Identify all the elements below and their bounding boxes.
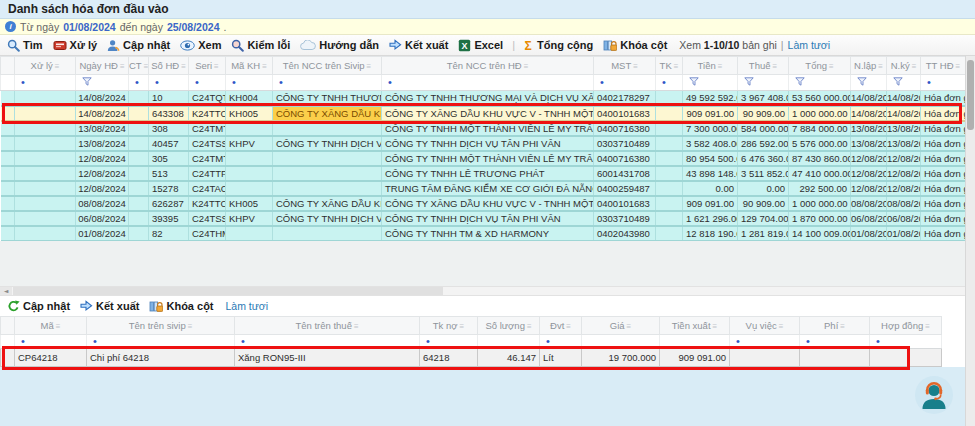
sort-menu-icon[interactable]: ≡ <box>120 62 125 71</box>
filter-cell-12[interactable] <box>738 75 789 91</box>
filter-cell-2[interactable]: • <box>87 335 235 349</box>
sort-menu-icon[interactable]: ≡ <box>566 322 571 331</box>
column-header-8[interactable]: Tiền xuất≡ <box>660 317 730 335</box>
filter-dot-icon[interactable]: • <box>195 76 199 88</box>
sort-menu-icon[interactable]: ≡ <box>633 62 638 71</box>
filter-dot-icon[interactable]: • <box>662 76 666 88</box>
filter-cell-4[interactable]: • <box>420 335 478 349</box>
sort-menu-icon[interactable]: ≡ <box>188 322 193 331</box>
column-header-2[interactable]: Ngày HĐ≡ <box>76 57 129 75</box>
vertical-scrollbar-thumb[interactable] <box>967 60 974 130</box>
sort-menu-icon[interactable]: ≡ <box>56 322 61 331</box>
column-header-8[interactable]: Tên NCC trên HĐ≡ <box>382 57 594 75</box>
refresh-link[interactable]: Làm tươi <box>788 39 831 51</box>
column-header-6[interactable]: Mã KH≡ <box>226 57 273 75</box>
invoice-row[interactable]: 06/08/202439395C24TSSKHPVCÔNG TY TNHH DỊ… <box>1 211 966 226</box>
filter-funnel-icon[interactable] <box>82 77 92 86</box>
column-header-11[interactable]: Tiền≡ <box>683 57 738 75</box>
filter-dot-icon[interactable]: • <box>93 335 97 347</box>
line-item-row[interactable]: CP64218Chi phí 64218Xăng RON95-III642184… <box>1 349 942 367</box>
horizontal-scrollbar[interactable]: ◄ <box>0 286 965 296</box>
column-header-3[interactable]: Tên trên thuế≡ <box>235 317 420 335</box>
column-header-3[interactable]: CT≡ <box>129 57 149 75</box>
invoice-row[interactable]: 14/08/202410C24TQTKH004CÔNG TY TNHH THƯƠ… <box>1 91 966 106</box>
filter-cell-9[interactable]: • <box>594 75 656 91</box>
support-chat-button[interactable] <box>915 376 955 416</box>
process-button[interactable]: Xử lý <box>49 38 104 53</box>
sort-menu-icon[interactable]: ≡ <box>912 62 917 71</box>
column-header-7[interactable]: Giá≡ <box>582 317 660 335</box>
invoice-row[interactable]: 08/08/2024626287K24TTCKH005CÔNG TY XĂNG … <box>1 196 966 211</box>
column-header-13[interactable]: Tổng≡ <box>789 57 851 75</box>
column-header-16[interactable]: TT HĐ≡ <box>921 57 966 75</box>
column-header-9[interactable]: Vụ việc≡ <box>730 317 800 335</box>
sort-menu-icon[interactable]: ≡ <box>878 62 883 71</box>
filter-dot-icon[interactable]: • <box>135 76 139 88</box>
sort-menu-icon[interactable]: ≡ <box>181 62 186 71</box>
scroll-left-arrow-icon[interactable]: ◄ <box>0 287 12 295</box>
filter-cell-16[interactable]: • <box>921 75 966 91</box>
column-header-10[interactable]: TK≡ <box>656 57 683 75</box>
filter-funnel-icon[interactable] <box>857 77 867 86</box>
update-button[interactable]: Cập nhật <box>103 38 176 53</box>
filter-cell-3[interactable]: • <box>129 75 149 91</box>
filter-dot-icon[interactable]: • <box>155 76 159 88</box>
filter-cell-2[interactable] <box>76 75 129 91</box>
sort-menu-icon[interactable]: ≡ <box>460 322 465 331</box>
lock-columns-button[interactable]: Khóa cột <box>599 38 673 53</box>
filter-dot-icon[interactable]: • <box>21 335 25 347</box>
filter-dot-icon[interactable]: • <box>806 335 810 347</box>
filter-cell-10[interactable]: • <box>656 75 683 91</box>
column-header-5[interactable]: Số lượng≡ <box>478 317 540 335</box>
invoice-row[interactable]: 12/08/2024305C24TMTCÔNG TY TNHH MỘT THÀN… <box>1 151 966 166</box>
detail-export-button[interactable]: Kết xuất <box>76 299 145 313</box>
filter-cell-1[interactable]: • <box>15 335 87 349</box>
sort-menu-icon[interactable]: ≡ <box>829 62 834 71</box>
sort-menu-icon[interactable]: ≡ <box>354 322 359 331</box>
filter-cell-6[interactable]: • <box>540 335 582 349</box>
detail-update-button[interactable]: Cập nhật <box>3 299 76 314</box>
filter-cell-10[interactable]: • <box>800 335 870 349</box>
column-header-1[interactable]: Mã≡ <box>15 317 87 335</box>
sort-menu-icon[interactable]: ≡ <box>262 62 267 71</box>
detail-lock-columns-button[interactable]: Khóa cột <box>145 299 219 314</box>
filter-funnel-icon[interactable] <box>893 77 903 86</box>
sort-menu-icon[interactable]: ≡ <box>55 62 60 71</box>
invoice-row[interactable]: 13/08/202440457C24TSSKHPVCÔNG TY TNHH DỊ… <box>1 136 966 151</box>
invoice-row[interactable]: 14/08/2024643308K24TTCKH005CÔNG TY XĂNG … <box>1 106 966 121</box>
detail-refresh-link[interactable]: Làm tươi <box>226 300 269 312</box>
filter-dot-icon[interactable]: • <box>426 335 430 347</box>
filter-cell-14[interactable] <box>851 75 887 91</box>
column-header-9[interactable]: MST≡ <box>594 57 656 75</box>
sort-menu-icon[interactable]: ≡ <box>840 322 845 331</box>
filter-cell-11[interactable]: • <box>870 335 942 349</box>
sort-menu-icon[interactable]: ≡ <box>524 62 529 71</box>
sort-menu-icon[interactable]: ≡ <box>367 62 372 71</box>
filter-cell-5[interactable]: • <box>189 75 226 91</box>
filter-cell-15[interactable] <box>887 75 921 91</box>
invoice-row[interactable]: 13/08/2024308C24TMTCÔNG TY TNHH MỘT THÀN… <box>1 121 966 136</box>
filter-cell-11[interactable] <box>683 75 738 91</box>
column-header-5[interactable]: Seri≡ <box>189 57 226 75</box>
sort-menu-icon[interactable]: ≡ <box>214 62 219 71</box>
export-button[interactable]: Kết xuất <box>385 38 454 52</box>
column-header-4[interactable]: Số HĐ≡ <box>149 57 189 75</box>
filter-dot-icon[interactable]: • <box>600 76 604 88</box>
column-header-6[interactable]: Đvt≡ <box>540 317 582 335</box>
filter-dot-icon[interactable]: • <box>927 76 931 88</box>
sort-menu-icon[interactable]: ≡ <box>718 62 723 71</box>
filter-cell-6[interactable]: • <box>226 75 273 91</box>
filter-cell-1[interactable]: • <box>15 75 76 91</box>
column-header-12[interactable]: Thuế≡ <box>738 57 789 75</box>
filter-funnel-icon[interactable] <box>744 77 754 86</box>
sort-menu-icon[interactable]: ≡ <box>527 322 532 331</box>
filter-cell-3[interactable]: • <box>235 335 420 349</box>
check-errors-button[interactable]: Kiểm lỗi <box>227 38 296 53</box>
column-header-2[interactable]: Tên trên sivip≡ <box>87 317 235 335</box>
sort-menu-icon[interactable]: ≡ <box>956 62 961 71</box>
sort-menu-icon[interactable]: ≡ <box>674 62 679 71</box>
column-header-7[interactable]: Tên NCC trên Sivip≡ <box>273 57 382 75</box>
column-header-15[interactable]: N.ký≡ <box>887 57 921 75</box>
filter-dot-icon[interactable]: • <box>279 76 283 88</box>
column-header-4[interactable]: Tk nợ≡ <box>420 317 478 335</box>
